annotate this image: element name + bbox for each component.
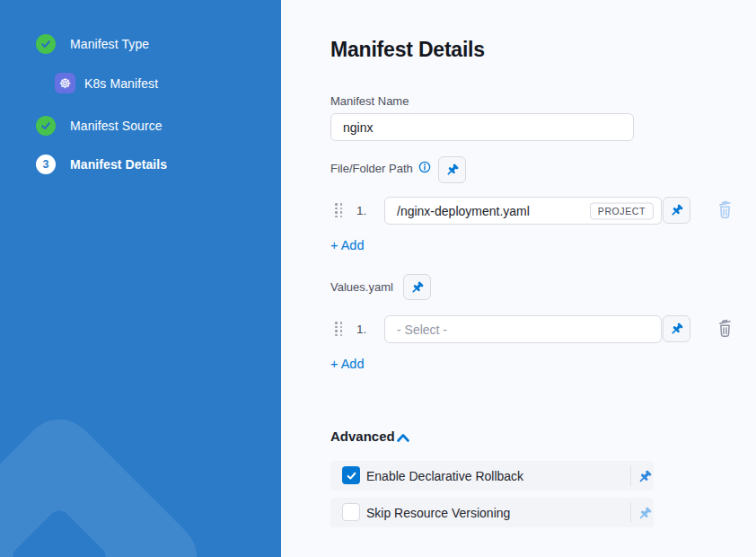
- check-circle-icon: [36, 116, 56, 136]
- kubernetes-wheel-icon: ☸: [55, 73, 75, 93]
- manifest-name-input[interactable]: [330, 113, 634, 141]
- step-label: Manifest Details: [70, 157, 167, 172]
- check-circle-icon: [36, 34, 56, 54]
- divider: [630, 502, 631, 523]
- pushpin-icon: [410, 280, 425, 295]
- page-title: Manifest Details: [330, 38, 485, 62]
- pushpin-icon: [670, 203, 684, 217]
- pushpin-icon: [670, 322, 684, 336]
- values-yaml-row-pin-button[interactable]: [663, 315, 690, 342]
- step-label: Manifest Source: [70, 119, 163, 133]
- drag-handle-dots-icon[interactable]: [335, 203, 342, 217]
- delete-values-yaml-button[interactable]: [716, 319, 734, 340]
- option-pin-button[interactable]: [636, 504, 654, 522]
- step-manifest-details[interactable]: 3 Manifest Details: [36, 155, 167, 174]
- option-label: Enable Declarative Rollback: [366, 461, 523, 491]
- option-pin-button[interactable]: [636, 467, 654, 485]
- trash-icon: [716, 200, 734, 219]
- option-row: Skip Resource Versioning: [330, 498, 654, 527]
- step-number-badge: 3: [36, 155, 56, 174]
- skip-resource-versioning-checkbox[interactable]: [342, 503, 360, 521]
- substep-label: K8s Manifest: [84, 76, 158, 91]
- option-label: Skip Resource Versioning: [366, 498, 510, 527]
- manifest-name-label: Manifest Name: [330, 94, 409, 108]
- scope-badge: PROJECT: [590, 202, 654, 219]
- option-row: Enable Declarative Rollback: [330, 461, 654, 491]
- wizard-sidebar: Manifest Type ☸ K8s Manifest Manifest So…: [0, 0, 281, 557]
- chevron-up-icon: [396, 433, 410, 443]
- pushpin-icon: [637, 469, 653, 484]
- collapse-advanced-button[interactable]: [396, 432, 410, 446]
- row-index: 1.: [356, 204, 366, 217]
- pushpin-icon: [445, 163, 460, 177]
- step-manifest-type[interactable]: Manifest Type: [36, 34, 149, 54]
- divider: [630, 465, 631, 486]
- values-yaml-pin-button[interactable]: [403, 274, 431, 300]
- trash-icon: [716, 319, 734, 338]
- file-folder-path-label: File/Folder Path: [330, 162, 413, 175]
- file-path-field-wrap: PROJECT: [384, 197, 662, 225]
- file-folder-path-pin-button[interactable]: [438, 156, 466, 183]
- values-yaml-select[interactable]: [384, 315, 662, 343]
- pushpin-icon: [637, 506, 653, 521]
- row-index: 1.: [356, 323, 366, 336]
- step-label: Manifest Type: [70, 37, 149, 51]
- drag-handle-dots-icon[interactable]: [335, 322, 342, 336]
- values-yaml-label: Values.yaml: [330, 280, 393, 294]
- info-circle-icon[interactable]: [418, 161, 431, 173]
- step-manifest-source[interactable]: Manifest Source: [36, 116, 163, 136]
- substep-k8s-manifest[interactable]: ☸ K8s Manifest: [55, 73, 158, 93]
- enable-declarative-rollback-checkbox[interactable]: [342, 466, 360, 484]
- file-path-pin-button[interactable]: [663, 197, 690, 224]
- delete-file-path-button[interactable]: [716, 200, 734, 222]
- add-file-path-button[interactable]: + Add: [330, 238, 365, 252]
- add-values-yaml-button[interactable]: + Add: [330, 357, 365, 371]
- advanced-section-title: Advanced: [330, 429, 395, 444]
